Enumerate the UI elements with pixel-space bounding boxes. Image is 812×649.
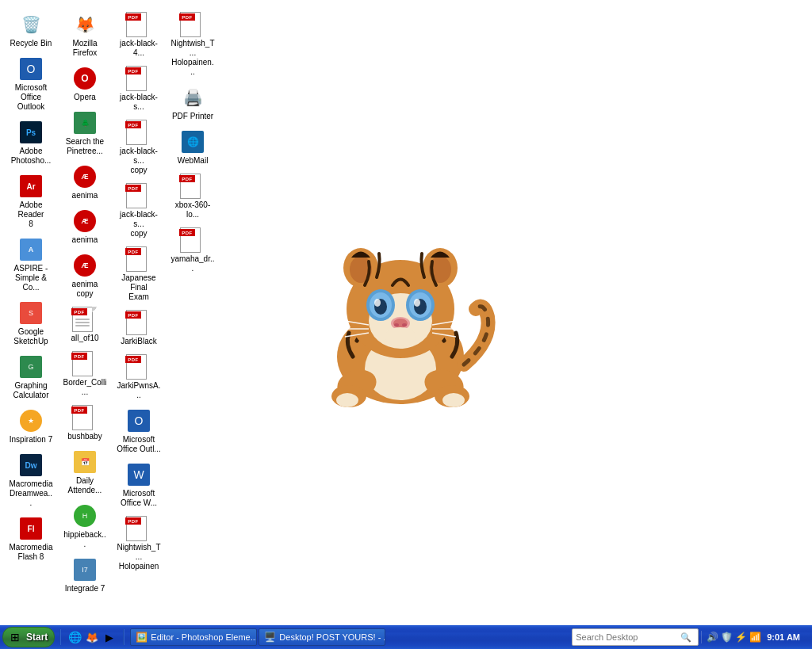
taskbar-tasks: 🖼️ Editor - Photoshop Eleme... 🖥️ Deskto… <box>127 628 568 646</box>
tiger-image <box>285 182 515 420</box>
svg-point-25 <box>402 323 407 326</box>
icon-opera[interactable]: O Opera <box>60 63 109 105</box>
icon-pdf-printer[interactable]: 🖨️ PDF Printer <box>168 82 217 124</box>
icon-ms-word[interactable]: W MicrosoftOffice W... <box>114 460 163 510</box>
taskbar: ⊞ Start 🌐 🦊 ▶ 🖼️ Editor - Photoshop Elem… <box>0 625 812 649</box>
icon-aenima-copy[interactable]: Æ aenima copy <box>60 250 109 301</box>
systray-network-icon[interactable]: 🔊 <box>706 631 718 643</box>
icon-jack-blacks-copy2[interactable]: PDF jack-black-s...copy <box>114 181 163 241</box>
system-clock: 9:01 AM <box>763 632 804 642</box>
icon-jack-blacks-copy1[interactable]: PDF jack-black-s...copy <box>114 117 163 178</box>
icon-nightwish-2[interactable]: PDF Nightwish_T...Holopainen... <box>168 10 217 79</box>
icon-aenima-1[interactable]: Æ aenima <box>60 162 109 203</box>
icon-recycle-bin[interactable]: 🗑️ Recycle Bin <box>6 10 56 51</box>
svg-point-32 <box>385 327 416 346</box>
icon-adobe-reader[interactable]: Ar Adobe Reader8 <box>6 171 56 231</box>
search-box[interactable]: 🔍 <box>572 628 699 646</box>
ql-media-icon[interactable]: ▶ <box>102 629 117 645</box>
svg-point-7 <box>442 393 465 407</box>
task-desktop-icon: 🖥️ <box>264 632 276 643</box>
systray: 🔊 🛡️ ⚡ 📶 9:01 AM <box>701 631 808 643</box>
start-label: Start <box>26 632 48 643</box>
icon-ms-outlook-1[interactable]: O MicrosoftOffice Outlook <box>6 54 56 114</box>
systray-security-icon[interactable]: 🛡️ <box>720 631 733 643</box>
task-desktop-label: Desktop! POST YOURS! - ... <box>279 632 385 642</box>
quick-launch: 🌐 🦊 ▶ <box>63 629 121 645</box>
icon-inspiration7[interactable]: ★ Inspiration 7 <box>6 406 56 447</box>
start-button[interactable]: ⊞ Start <box>2 627 55 647</box>
icon-firefox[interactable]: 🦊 Mozilla Firefox <box>60 10 109 60</box>
svg-point-20 <box>374 299 381 307</box>
icon-bushbaby[interactable]: PDF bushbaby <box>60 403 109 444</box>
svg-point-23 <box>393 319 408 328</box>
icon-all-of-10[interactable]: PDF all_of10 <box>60 304 109 345</box>
desktop-icons: 🗑️ Recycle Bin O MicrosoftOffice Outlook… <box>0 0 224 618</box>
icon-japanese-final[interactable]: PDF Japanese FinalExam <box>114 244 163 304</box>
systray-wifi-icon[interactable]: 📶 <box>749 631 761 643</box>
icon-jarkiblack[interactable]: PDF JarkiBlack <box>114 307 163 349</box>
svg-point-5 <box>336 393 358 407</box>
task-desktop[interactable]: 🖥️ Desktop! POST YOURS! - ... <box>259 628 385 646</box>
taskbar-divider-2 <box>123 629 124 645</box>
task-editor[interactable]: 🖼️ Editor - Photoshop Eleme... <box>130 628 257 646</box>
icon-nightwish-1[interactable]: PDF Nightwish_T...Holopainen <box>114 513 163 574</box>
desktop: 🗑️ Recycle Bin O MicrosoftOffice Outlook… <box>0 0 812 626</box>
icon-jarkipwnsa[interactable]: PDF JarkiPwnsA... <box>114 352 163 403</box>
task-editor-label: Editor - Photoshop Eleme... <box>151 632 257 642</box>
icon-aspire[interactable]: A ASPIRE -Simple & Co... <box>6 235 56 295</box>
taskbar-divider <box>59 629 61 645</box>
icon-dreamweaver[interactable]: Dw MacromediaDreamwea... <box>6 450 56 510</box>
icon-xbox-360[interactable]: PDF xbox-360-lo... <box>168 171 217 222</box>
icon-jack-blacks-1[interactable]: PDF jack-black-s... <box>114 63 163 114</box>
icon-webmail[interactable]: 🌐 WebMail <box>168 127 217 168</box>
icon-graphing-calc[interactable]: G GraphingCalculator <box>6 352 56 403</box>
systray-battery-icon[interactable]: ⚡ <box>734 631 747 643</box>
icon-integrade[interactable]: I7 Integrade 7 <box>60 555 109 596</box>
ql-ie-icon[interactable]: 🌐 <box>67 629 82 645</box>
windows-logo: ⊞ <box>7 629 23 645</box>
icon-hippieback[interactable]: H hippieback... <box>60 501 109 552</box>
icon-pinetree[interactable]: 🌲 Search thePinetree... <box>60 108 109 158</box>
icon-google-sketchup[interactable]: S GoogleSketchUp <box>6 298 56 349</box>
icon-jack-black-4[interactable]: PDF jack-black-4... <box>114 10 163 60</box>
ql-firefox-icon[interactable]: 🦊 <box>84 629 100 645</box>
search-icon[interactable]: 🔍 <box>679 630 693 644</box>
taskbar-right: 🔍 🔊 🛡️ ⚡ 📶 9:01 AM <box>568 628 812 646</box>
icon-yamaha[interactable]: PDF yamaha_dr... <box>168 225 217 276</box>
icon-aenima-2[interactable]: Æ aenima <box>60 206 109 247</box>
task-editor-icon: 🖼️ <box>136 632 147 643</box>
icon-daily-attende[interactable]: 📅 DailyAttende... <box>60 447 109 498</box>
svg-point-24 <box>394 323 399 326</box>
icon-border-colli[interactable]: PDF Border_Colli... <box>60 349 109 399</box>
icon-flash[interactable]: Fl MacromediaFlash 8 <box>6 513 56 564</box>
svg-point-21 <box>414 299 420 307</box>
icon-ms-outlook-2[interactable]: O MicrosoftOffice Outl... <box>114 406 163 456</box>
search-input[interactable] <box>576 632 679 642</box>
icon-adobe-photoshop[interactable]: Ps AdobePhotosho... <box>6 117 56 168</box>
